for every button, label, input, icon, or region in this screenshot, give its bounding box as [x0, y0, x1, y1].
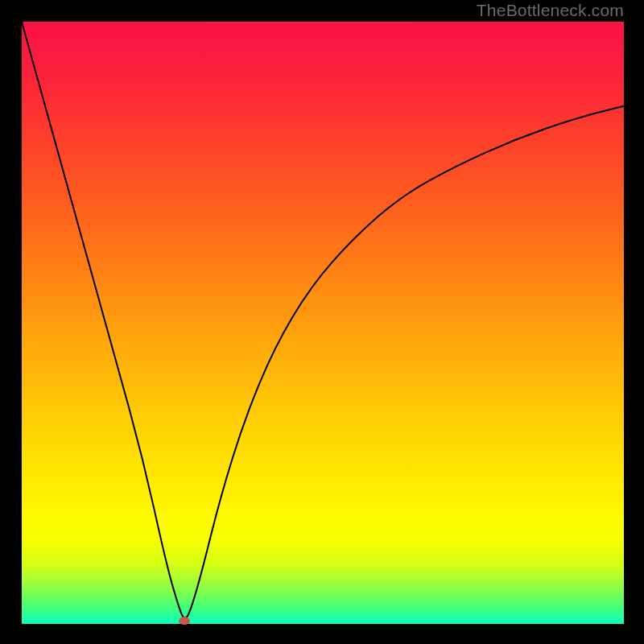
watermark-text: TheBottleneck.com	[477, 1, 624, 20]
chart-frame: TheBottleneck.com	[0, 0, 644, 644]
plot-area	[22, 22, 624, 624]
